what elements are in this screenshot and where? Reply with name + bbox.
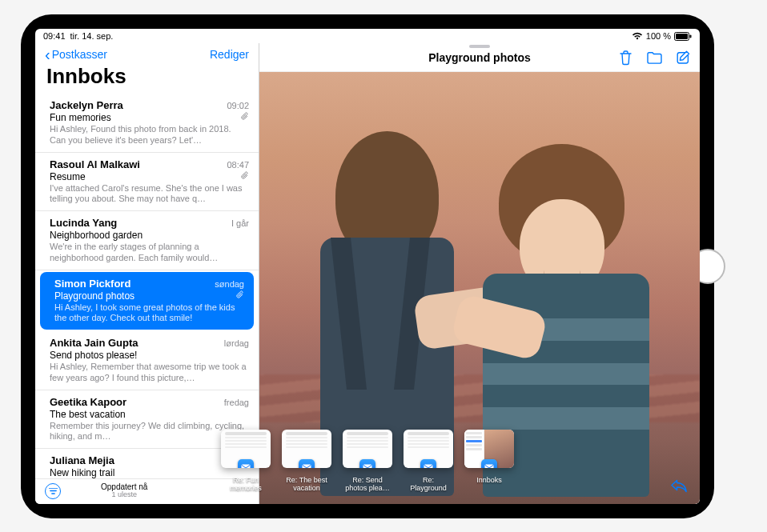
message-sender: Juliana Mejia — [50, 454, 114, 466]
filter-button[interactable] — [45, 483, 61, 499]
battery-text: 100 % — [646, 31, 671, 41]
message-time: 08:47 — [227, 160, 249, 170]
shelf-label: Innboks — [476, 477, 502, 493]
content-title: Playground photos — [428, 51, 531, 64]
move-folder-button[interactable] — [646, 50, 663, 66]
paperclip-icon — [241, 171, 249, 182]
mail-app-icon — [481, 459, 497, 468]
unread-text: 1 uleste — [101, 491, 147, 499]
shelf-item[interactable]: Re: Playground p… — [404, 430, 453, 493]
multitask-handle-icon[interactable] — [469, 45, 490, 48]
shelf-thumb-reply — [343, 430, 392, 468]
message-subject: Fun memories — [50, 112, 249, 123]
shelf-item[interactable]: Re: The best vacation — [282, 430, 331, 493]
shelf-thumb-inbox — [464, 430, 514, 468]
back-button[interactable]: ‹ Postkasser — [45, 48, 107, 61]
mail-app-icon — [359, 459, 375, 468]
shelf-thumb-reply — [282, 430, 331, 468]
app-shelf[interactable]: Re: Fun memoriesRe: The best vacationRe:… — [213, 425, 522, 498]
message-time: lørdag — [224, 338, 249, 348]
message-subject: Send photos please! — [50, 350, 249, 361]
page-title: Innboks — [35, 62, 259, 94]
edit-button[interactable]: Rediger — [210, 48, 249, 61]
message-sender: Rasoul Al Malkawi — [50, 158, 140, 170]
reply-button[interactable] — [669, 477, 689, 496]
content-header: Playground photos — [259, 43, 700, 72]
message-time: 09:02 — [227, 101, 249, 110]
shelf-label: Re: Fun memories — [221, 477, 271, 493]
status-time: 09:41 — [43, 31, 66, 41]
message-subject: Resume — [50, 171, 249, 182]
shelf-item[interactable]: Re: Send photos plea… — [343, 430, 392, 493]
message-item[interactable]: Lucinda YangI gårNeighborhood gardenWe'r… — [35, 211, 259, 270]
message-sender: Geetika Kapoor — [50, 396, 126, 408]
paperclip-icon — [241, 112, 249, 123]
message-preview: Hi Ashley, Remember that awesome trip we… — [50, 362, 249, 384]
mail-app-icon — [299, 459, 315, 468]
trash-button[interactable] — [618, 50, 633, 66]
message-subject: Neighborhood garden — [50, 230, 249, 241]
message-preview: Hi Ashley, Found this photo from back in… — [50, 124, 249, 146]
message-item[interactable]: Ankita Jain GuptalørdagSend photos pleas… — [35, 331, 259, 390]
shelf-item[interactable]: Re: Fun memories — [221, 430, 271, 493]
message-time: søndag — [215, 279, 244, 289]
message-preview: I've attached Carol's resume. She's the … — [50, 183, 249, 206]
back-label: Postkasser — [52, 48, 107, 61]
message-sender: Ankita Jain Gupta — [50, 337, 139, 349]
message-preview: Hi Ashley, I took some great photos of t… — [54, 302, 244, 325]
message-sender: Jackelyn Perra — [50, 99, 123, 111]
shelf-label: Re: Playground p… — [404, 477, 453, 493]
chevron-left-icon: ‹ — [45, 50, 50, 59]
message-item[interactable]: Simon PickfordsøndagPlayground photosHi … — [40, 272, 254, 330]
message-item[interactable]: Rasoul Al Malkawi08:47ResumeI've attache… — [35, 153, 259, 212]
message-list[interactable]: Jackelyn Perra09:02Fun memoriesHi Ashley… — [35, 94, 259, 478]
wifi-icon — [632, 32, 643, 40]
shelf-thumb-reply — [221, 430, 271, 468]
message-sender: Lucinda Yang — [50, 217, 117, 229]
mail-app-icon — [238, 459, 254, 468]
battery-icon — [674, 32, 692, 41]
message-time: I går — [231, 218, 249, 228]
message-sender: Simon Pickford — [54, 278, 131, 290]
message-preview: We're in the early stages of planning a … — [50, 242, 249, 264]
paperclip-icon — [236, 290, 244, 302]
svg-rect-2 — [690, 34, 692, 38]
shelf-thumb-reply — [404, 430, 453, 468]
message-time: fredag — [224, 398, 249, 407]
shelf-item[interactable]: Innboks — [464, 430, 514, 493]
svg-rect-1 — [676, 34, 688, 39]
message-subject: Playground photos — [54, 290, 244, 302]
status-bar: 09:41 tir. 14. sep. 100 % — [35, 29, 700, 43]
message-item[interactable]: Jackelyn Perra09:02Fun memoriesHi Ashley… — [35, 94, 259, 153]
shelf-label: Re: Send photos plea… — [343, 477, 392, 493]
shelf-label: Re: The best vacation — [282, 477, 331, 493]
ipad-frame: 09:41 tir. 14. sep. 100 % ‹ Postkass — [21, 14, 714, 518]
screen: 09:41 tir. 14. sep. 100 % ‹ Postkass — [35, 29, 700, 504]
message-subject: The best vacation — [50, 409, 249, 420]
compose-button[interactable] — [676, 50, 692, 66]
mail-app-icon — [420, 459, 436, 468]
status-date: tir. 14. sep. — [70, 31, 114, 41]
